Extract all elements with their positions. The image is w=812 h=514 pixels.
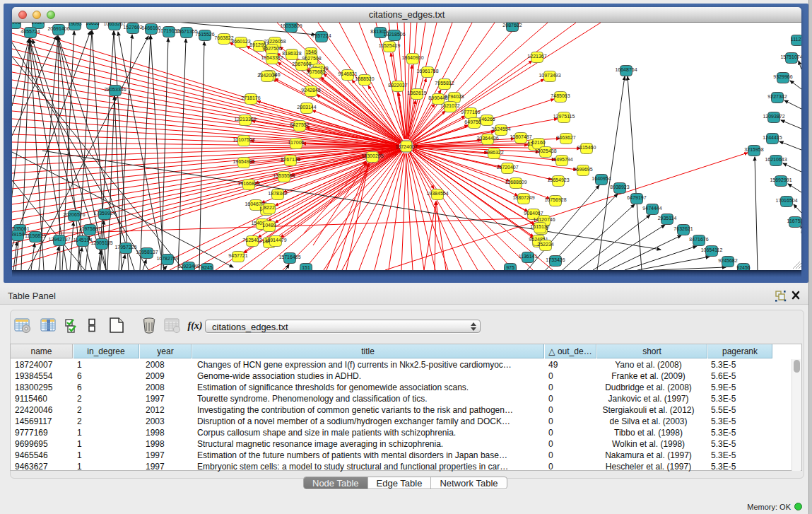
svg-text:9115460: 9115460	[577, 145, 596, 150]
svg-text:19654985: 19654985	[233, 159, 254, 164]
svg-text:39159: 39159	[11, 232, 25, 237]
svg-text:8222: 8222	[264, 205, 275, 210]
svg-text:9474444: 9474444	[642, 206, 661, 211]
svg-text:16671355: 16671355	[175, 29, 197, 34]
svg-text:12942737: 12942737	[48, 237, 70, 242]
svg-text:16782759: 16782759	[156, 256, 178, 261]
svg-text:18807249: 18807249	[512, 195, 534, 200]
svg-text:6794028: 6794028	[445, 94, 464, 99]
svg-text:9242848: 9242848	[301, 88, 320, 93]
svg-text:15495794: 15495794	[551, 157, 572, 162]
svg-text:9699695: 9699695	[573, 167, 592, 172]
svg-text:19166829: 19166829	[237, 181, 259, 186]
svg-text:17957225: 17957225	[114, 245, 136, 250]
svg-text:3675685: 3675685	[306, 69, 325, 74]
svg-text:20691406: 20691406	[47, 26, 69, 31]
svg-text:14120746: 14120746	[533, 217, 555, 222]
svg-text:1244415: 1244415	[763, 135, 782, 140]
svg-text:7986322: 7986322	[484, 150, 503, 155]
svg-text:16033809: 16033809	[280, 23, 302, 28]
svg-text:16653: 16653	[86, 21, 100, 25]
svg-text:11127: 11127	[791, 37, 804, 42]
svg-text:1615132: 1615132	[530, 224, 549, 229]
svg-text:10973493: 10973493	[539, 73, 560, 78]
svg-text:8471676: 8471676	[689, 237, 708, 242]
svg-text:12975115: 12975115	[553, 114, 575, 119]
svg-text:7632621: 7632621	[673, 226, 693, 231]
svg-text:15720407: 15720407	[496, 165, 518, 170]
svg-text:16210643: 16210643	[765, 157, 787, 162]
svg-text:10025438: 10025438	[534, 148, 556, 153]
svg-text:8186328: 8186328	[282, 51, 301, 56]
svg-text:19218506: 19218506	[383, 32, 405, 37]
svg-text:19093: 19093	[68, 21, 82, 26]
svg-text:16961758: 16961758	[416, 69, 438, 74]
svg-text:2342004: 2342004	[257, 73, 276, 78]
svg-text:3215958: 3215958	[744, 147, 763, 152]
svg-text:7515526: 7515526	[195, 32, 214, 37]
svg-text:10653267: 10653267	[103, 21, 125, 26]
svg-text:11156829: 11156829	[25, 233, 46, 238]
svg-text:16914479: 16914479	[264, 238, 286, 243]
svg-text:16648764: 16648764	[615, 67, 637, 72]
svg-text:8660123: 8660123	[231, 39, 250, 44]
svg-text:7955812: 7955812	[435, 81, 454, 86]
svg-text:2803144: 2803144	[297, 105, 316, 110]
svg-text:18724007: 18724007	[395, 144, 417, 149]
svg-text:746266: 746266	[478, 117, 495, 122]
svg-text:1546: 1546	[305, 49, 317, 54]
svg-text:12093872: 12093872	[763, 114, 784, 119]
svg-text:2935114: 2935114	[658, 216, 677, 221]
svg-text:62160: 62160	[531, 140, 546, 145]
svg-text:10807487: 10807487	[510, 134, 531, 139]
svg-text:f(x): f(x)	[188, 320, 203, 332]
svg-text:12213369: 12213369	[234, 117, 256, 122]
svg-text:17359924: 17359924	[93, 211, 115, 216]
svg-text:20206576: 20206576	[63, 212, 85, 217]
svg-text:10489: 10489	[262, 223, 276, 228]
svg-text:9245: 9245	[201, 265, 213, 270]
svg-text:19384554: 19384554	[426, 191, 448, 196]
svg-text:8427552: 8427552	[290, 122, 309, 127]
svg-text:8322037: 8322037	[388, 83, 407, 88]
svg-text:10975867: 10975867	[78, 226, 100, 231]
svg-text:6479197: 6479197	[627, 195, 646, 200]
svg-text:1621072: 1621072	[440, 103, 459, 108]
svg-text:8267130: 8267130	[281, 157, 300, 162]
svg-text:1906: 1906	[9, 20, 20, 25]
svg-text:4055724: 4055724	[20, 29, 40, 34]
svg-text:1221367: 1221367	[527, 54, 546, 59]
svg-text:10654112: 10654112	[701, 247, 723, 252]
svg-text:12905135: 12905135	[90, 240, 112, 245]
svg-text:1145194: 1145194	[73, 238, 93, 243]
svg-text:9777169: 9777169	[461, 110, 480, 115]
svg-text:1878342: 1878342	[268, 191, 287, 196]
svg-text:92456: 92456	[736, 265, 751, 270]
svg-text:18640910: 18640910	[401, 55, 423, 60]
svg-text:1362615: 1362615	[407, 90, 426, 95]
svg-text:3624554: 3624554	[491, 127, 510, 132]
svg-text:10688609: 10688609	[505, 180, 526, 185]
svg-text:9146821: 9146821	[338, 71, 357, 76]
svg-text:7485063: 7485063	[551, 93, 570, 98]
svg-text:975: 975	[506, 265, 514, 270]
svg-text:252234: 252234	[537, 242, 553, 247]
svg-text:9245682: 9245682	[718, 258, 737, 263]
svg-text:10107553: 10107553	[233, 137, 254, 142]
svg-text:23226058: 23226058	[264, 39, 286, 44]
svg-text:2718176: 2718176	[241, 95, 260, 100]
svg-text:28053346: 28053346	[104, 87, 126, 92]
svg-text:9329966: 9329966	[773, 74, 792, 79]
svg-text:15692991: 15692991	[770, 177, 792, 182]
svg-text:13654923: 13654923	[547, 177, 569, 182]
svg-text:1640954: 1640954	[592, 176, 611, 181]
svg-text:9227342: 9227342	[767, 94, 787, 99]
svg-text:2087682: 2087682	[502, 23, 522, 28]
svg-text:12923448: 12923448	[177, 264, 199, 269]
svg-text:9084067: 9084067	[524, 211, 543, 216]
svg-text:13535594: 13535594	[273, 173, 295, 178]
svg-text:1733426: 1733426	[546, 257, 565, 262]
svg-text:15751074: 15751074	[780, 54, 802, 59]
svg-text:7625402: 7625402	[242, 238, 261, 243]
svg-text:19327: 19327	[31, 20, 45, 25]
